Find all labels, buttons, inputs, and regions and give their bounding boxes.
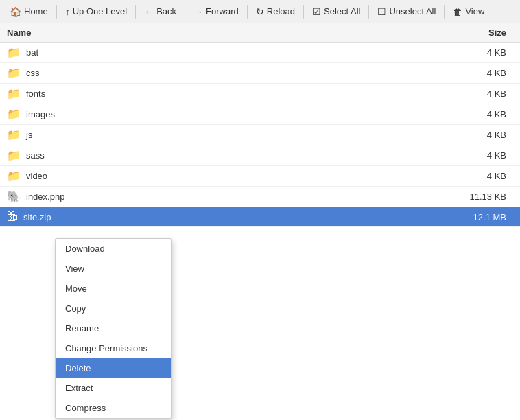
file-name: video (26, 171, 445, 181)
file-name: sass (26, 150, 445, 161)
file-size: 4 KB (445, 109, 513, 119)
up-icon: ↑ (65, 6, 70, 17)
file-row[interactable]: 📁 sass 4 KB (0, 145, 520, 166)
back-label: Back (156, 6, 176, 16)
context-menu-item[interactable]: Compress (56, 398, 171, 418)
forward-label: Forward (206, 6, 239, 16)
reload-icon: ↻ (256, 6, 264, 17)
back-button[interactable]: ← Back (139, 3, 182, 20)
unselect-all-icon: ☐ (377, 6, 386, 17)
file-size: 4 KB (445, 47, 513, 58)
view-label: View (465, 6, 484, 16)
file-name: index.php (26, 191, 445, 202)
context-menu-item[interactable]: Extract (56, 378, 171, 398)
file-type-icon: 🐘 (7, 190, 21, 203)
divider-7 (444, 5, 445, 19)
home-button[interactable]: 🏠 Home (4, 3, 54, 20)
view-button[interactable]: 🗑 View (447, 3, 490, 20)
file-row[interactable]: 📁 video 4 KB (0, 166, 520, 187)
context-menu-item[interactable]: Move (56, 279, 171, 299)
file-name: bat (26, 47, 445, 58)
toolbar: 🏠 Home ↑ Up One Level ← Back → Forward ↻… (0, 0, 520, 23)
file-name: js (26, 130, 445, 140)
select-all-icon: ☑ (312, 6, 321, 17)
col-name-header: Name (7, 27, 445, 38)
reload-button[interactable]: ↻ Reload (250, 3, 300, 20)
file-type-icon: 🗜 (7, 211, 18, 223)
up-one-level-label: Up One Level (73, 6, 128, 16)
col-size-header: Size (445, 27, 513, 38)
context-menu-item[interactable]: Rename (56, 318, 171, 338)
file-list-header: Name Size (0, 23, 520, 43)
file-name: css (26, 68, 445, 78)
file-type-icon: 📁 (7, 170, 21, 183)
file-row[interactable]: 🐘 index.php 11.13 KB (0, 187, 520, 207)
file-size: 4 KB (445, 150, 513, 161)
file-name: site.zip (23, 212, 445, 222)
home-icon: 🏠 (10, 6, 21, 17)
file-row[interactable]: 📁 js 4 KB (0, 125, 520, 145)
context-menu-item[interactable]: View (56, 259, 171, 279)
file-row[interactable]: 📁 css 4 KB (0, 63, 520, 84)
file-row[interactable]: 📁 bat 4 KB (0, 43, 520, 63)
main-area: Name Size 📁 bat 4 KB 📁 css 4 KB 📁 fonts … (0, 23, 520, 227)
reload-label: Reload (267, 6, 295, 16)
context-menu-item[interactable]: Change Permissions (56, 338, 171, 358)
unselect-all-button[interactable]: ☐ Unselect All (372, 3, 441, 20)
divider-4 (247, 5, 248, 19)
file-name: images (26, 109, 445, 119)
unselect-all-label: Unselect All (389, 6, 436, 16)
file-type-icon: 📁 (7, 67, 21, 80)
divider-1 (56, 5, 57, 19)
file-type-icon: 📁 (7, 108, 21, 121)
divider-6 (368, 5, 369, 19)
file-type-icon: 📁 (7, 149, 21, 162)
file-list: 📁 bat 4 KB 📁 css 4 KB 📁 fonts 4 KB 📁 ima… (0, 43, 520, 227)
file-size: 4 KB (445, 130, 513, 140)
file-size: 12.1 MB (445, 212, 513, 222)
file-row[interactable]: 📁 fonts 4 KB (0, 84, 520, 104)
file-size: 11.13 KB (445, 191, 513, 202)
file-size: 4 KB (445, 171, 513, 181)
select-all-button[interactable]: ☑ Select All (307, 3, 366, 20)
file-size: 4 KB (445, 68, 513, 78)
forward-button[interactable]: → Forward (188, 3, 244, 20)
forward-icon: → (193, 6, 203, 17)
file-type-icon: 📁 (7, 46, 21, 59)
file-type-icon: 📁 (7, 87, 21, 100)
context-menu-item[interactable]: Copy (56, 299, 171, 318)
up-one-level-button[interactable]: ↑ Up One Level (60, 3, 133, 20)
file-size: 4 KB (445, 89, 513, 99)
file-name: fonts (26, 89, 445, 99)
context-menu-item[interactable]: Download (56, 239, 171, 259)
context-menu: DownloadViewMoveCopyRenameChange Permiss… (55, 238, 172, 419)
file-row[interactable]: 📁 images 4 KB (0, 104, 520, 125)
divider-3 (185, 5, 185, 19)
home-label: Home (24, 6, 48, 16)
divider-2 (135, 5, 136, 19)
divider-5 (303, 5, 304, 19)
back-icon: ← (144, 6, 154, 17)
context-menu-item[interactable]: Delete (56, 358, 171, 378)
select-all-label: Select All (324, 6, 360, 16)
file-type-icon: 📁 (7, 128, 21, 141)
file-row[interactable]: 🗜 site.zip 12.1 MB (0, 207, 520, 227)
view-icon: 🗑 (453, 6, 462, 17)
